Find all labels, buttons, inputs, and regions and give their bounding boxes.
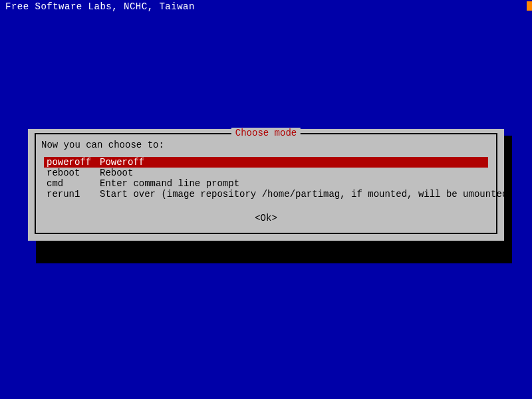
menu-item-cmd[interactable]: cmd Enter command line prompt <box>44 178 488 189</box>
menu-desc: Enter command line prompt <box>100 178 485 189</box>
menu-key: cmd <box>47 178 100 189</box>
dialog-title: Choose mode <box>231 128 301 138</box>
menu-key: poweroff <box>47 157 100 168</box>
menu-desc: Poweroff <box>100 157 485 168</box>
header-text: Free Software Labs, NCHC, Taiwan <box>0 0 532 13</box>
menu-item-reboot[interactable]: reboot Reboot <box>44 168 488 178</box>
menu-item-poweroff[interactable]: poweroff Poweroff <box>44 157 488 168</box>
menu-desc: Start over (image repository /home/parti… <box>100 189 513 200</box>
menu-key: rerun1 <box>47 189 100 200</box>
menu-key: reboot <box>47 168 100 178</box>
cursor-indicator <box>527 1 532 11</box>
dialog-border: Choose mode Now you can choose to: power… <box>35 133 497 234</box>
dialog: Choose mode Now you can choose to: power… <box>28 129 504 241</box>
menu-desc: Reboot <box>100 168 485 178</box>
menu-item-rerun1[interactable]: rerun1 Start over (image repository /hom… <box>44 189 488 200</box>
ok-button[interactable]: <Ok> <box>41 200 491 227</box>
menu: poweroff Poweroff reboot Reboot cmd Ente… <box>41 157 491 200</box>
